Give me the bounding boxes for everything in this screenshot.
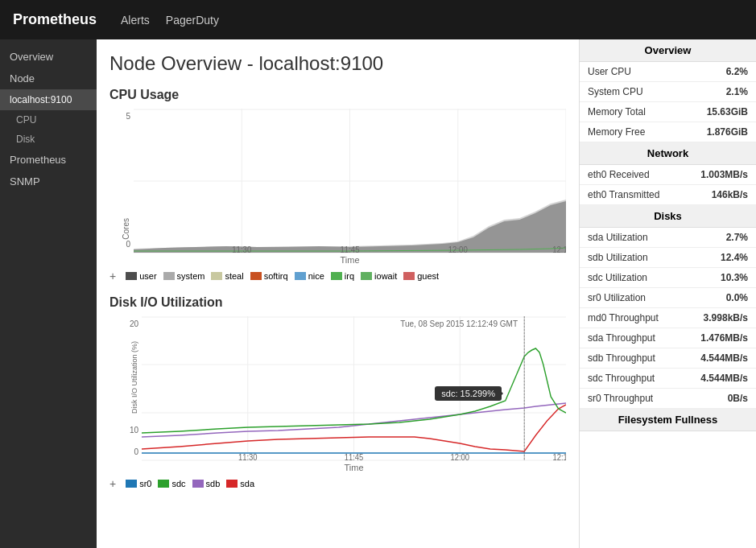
- panel-row-eth0-transmitted: eth0 Transmitted 146kB/s: [580, 185, 756, 205]
- sidebar-item-snmp[interactable]: SNMP: [0, 171, 97, 192]
- cpu-section-title: CPU Usage: [109, 88, 566, 102]
- sr0-color: [126, 480, 137, 488]
- eth0-received-value: 1.003MB/s: [700, 169, 748, 180]
- disk-chart-wrapper: 20 Disk I/O Utilization (%) 10 0 Tue, 08…: [109, 316, 566, 472]
- cpu-legend-plus[interactable]: +: [109, 270, 116, 282]
- user-label: user: [139, 271, 156, 281]
- panel-row-sdc-util: sdc Utilization 10.3%: [580, 268, 756, 288]
- panel-row-sdb-util: sdb Utilization 12.4%: [580, 248, 756, 268]
- disk-y-label: Disk I/O Utilization (%): [130, 341, 138, 414]
- svg-text:12:15: 12:15: [552, 245, 566, 253]
- eth0-transmitted-label: eth0 Transmitted: [588, 189, 659, 200]
- filesystem-panel-title: Filesystem Fullness: [580, 409, 756, 431]
- sdb-label: sdb: [206, 479, 221, 488]
- iowait-label: iowait: [374, 271, 397, 281]
- disk-y-tick-20: 20: [130, 319, 138, 328]
- page-title: Node Overview - localhost:9100: [109, 52, 566, 75]
- svg-text:11:30: 11:30: [232, 245, 252, 253]
- svg-text:11:45: 11:45: [345, 453, 364, 461]
- sdc-throughput-label: sdc Throughput: [588, 373, 655, 384]
- system-cpu-label: System CPU: [588, 86, 643, 97]
- navbar: Prometheus Alerts PagerDuty: [0, 0, 756, 39]
- memory-total-value: 15.63GiB: [707, 106, 748, 117]
- system-label: system: [177, 271, 205, 281]
- navbar-brand[interactable]: Prometheus: [13, 11, 97, 28]
- cpu-legend-steal: steal: [211, 271, 243, 281]
- sdc-util-value: 10.3%: [721, 272, 748, 283]
- sdb-throughput-value: 4.544MB/s: [700, 352, 748, 364]
- disk-legend-plus[interactable]: +: [109, 477, 116, 490]
- navbar-link-pagerduty[interactable]: PagerDuty: [166, 14, 219, 27]
- softirq-color: [250, 272, 262, 280]
- memory-free-value: 1.876GiB: [707, 126, 748, 138]
- right-panel: Overview User CPU 6.2% System CPU 2.1% M…: [579, 39, 756, 548]
- chart-timestamp: Tue, 08 Sep 2015 12:12:49 GMT: [400, 319, 518, 328]
- cpu-y-tick-0: 0: [126, 240, 130, 249]
- sda-label: sda: [240, 479, 254, 488]
- cpu-legend-softirq: softirq: [250, 271, 288, 281]
- sda-util-label: sda Utilization: [588, 232, 648, 243]
- cpu-y-tick-5: 5: [126, 112, 130, 121]
- panel-row-sda-throughput: sda Throughput 1.476MB/s: [580, 328, 756, 348]
- system-color: [163, 272, 175, 280]
- iowait-color: [361, 272, 372, 280]
- sr0-util-value: 0.0%: [726, 292, 748, 303]
- disk-chart-inner: Tue, 08 Sep 2015 12:12:49 GMT: [142, 316, 566, 472]
- eth0-received-label: eth0 Received: [588, 169, 650, 180]
- disk-legend-sdc: sdc: [158, 479, 185, 488]
- cpu-legend-system: system: [163, 271, 205, 281]
- disk-section-title: Disk I/O Utilization: [109, 295, 566, 310]
- sidebar-item-node[interactable]: Node: [0, 68, 97, 89]
- sidebar-item-disk[interactable]: Disk: [0, 130, 97, 149]
- sidebar-item-prometheus[interactable]: Prometheus: [0, 149, 97, 171]
- sidebar-item-overview[interactable]: Overview: [0, 46, 97, 68]
- cpu-legend-guest: guest: [403, 271, 439, 281]
- svg-text:12:15: 12:15: [553, 453, 566, 461]
- sr0-util-label: sr0 Utilization: [588, 292, 646, 303]
- disk-legend-sda: sda: [226, 479, 254, 488]
- guest-color: [403, 272, 415, 280]
- sidebar-item-cpu[interactable]: CPU: [0, 110, 97, 130]
- irq-label: irq: [345, 271, 354, 281]
- user-cpu-value: 6.2%: [726, 66, 748, 77]
- cpu-chart-svg: 11:30 11:45 12:00 12:15: [134, 109, 566, 253]
- panel-row-eth0-received: eth0 Received 1.003MB/s: [580, 165, 756, 185]
- sdb-util-value: 12.4%: [721, 252, 748, 263]
- softirq-label: softirq: [264, 271, 288, 281]
- main-layout: Overview Node localhost:9100 CPU Disk Pr…: [0, 39, 756, 548]
- steal-label: steal: [225, 271, 243, 281]
- navbar-link-alerts[interactable]: Alerts: [121, 14, 150, 27]
- panel-row-sr0-util: sr0 Utilization 0.0%: [580, 288, 756, 308]
- disk-legend-sdb: sdb: [192, 479, 221, 488]
- sda-throughput-value: 1.476MB/s: [700, 332, 748, 344]
- panel-row-md0-throughput: md0 Throughput 3.998kB/s: [580, 308, 756, 328]
- steal-color: [211, 272, 222, 280]
- disk-y-tick-0: 0: [134, 447, 138, 456]
- irq-color: [331, 272, 342, 280]
- md0-throughput-label: md0 Throughput: [588, 312, 659, 323]
- sidebar: Overview Node localhost:9100 CPU Disk Pr…: [0, 39, 97, 548]
- cpu-legend-irq: irq: [331, 271, 354, 281]
- panel-row-sdc-throughput: sdc Throughput 4.544MB/s: [580, 369, 756, 389]
- svg-text:11:45: 11:45: [341, 245, 361, 253]
- disk-chart-tooltip: sdc: 15.299%: [435, 386, 502, 401]
- cpu-y-axis: 5 Cores 0: [109, 109, 134, 265]
- cpu-chart-wrapper: 5 Cores 0: [109, 109, 566, 265]
- disk-y-tick-10: 10: [130, 426, 138, 435]
- cpu-chart-inner: 11:30 11:45 12:00 12:15 Time: [134, 109, 566, 265]
- panel-row-sdb-throughput: sdb Throughput 4.544MB/s: [580, 348, 756, 369]
- sr0-throughput-label: sr0 Throughput: [588, 393, 653, 404]
- svg-text:11:30: 11:30: [238, 453, 258, 461]
- cpu-legend: + user system steal softirq nice: [109, 270, 566, 282]
- sdb-color: [192, 480, 204, 488]
- panel-row-sr0-throughput: sr0 Throughput 0B/s: [580, 389, 756, 409]
- sdc-util-label: sdc Utilization: [588, 272, 647, 283]
- memory-total-label: Memory Total: [588, 106, 646, 117]
- nice-label: nice: [308, 271, 324, 281]
- eth0-transmitted-value: 146kB/s: [712, 189, 748, 200]
- cpu-legend-user: user: [126, 271, 156, 281]
- sdb-util-label: sdb Utilization: [588, 252, 648, 263]
- disk-y-axis: 20 Disk I/O Utilization (%) 10 0: [109, 316, 142, 472]
- disk-legend: + sr0 sdc sdb sda: [109, 477, 566, 490]
- sidebar-item-localhost[interactable]: localhost:9100: [0, 89, 97, 110]
